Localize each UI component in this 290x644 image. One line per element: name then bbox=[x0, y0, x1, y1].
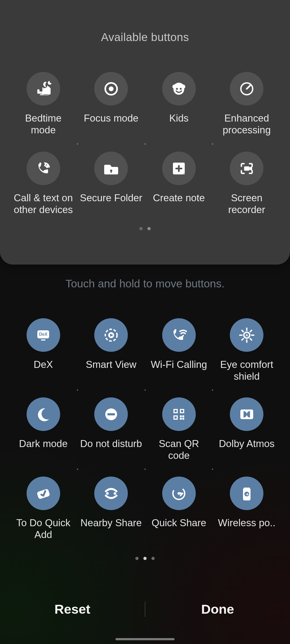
tile-wifi-calling[interactable]: Wi-Fi Calling bbox=[146, 318, 212, 382]
available-page-indicator bbox=[0, 227, 290, 230]
wireless-power-share-icon bbox=[230, 477, 263, 510]
active-buttons-grid: DeX Smart View Wi-Fi Calling Eye comfort… bbox=[11, 318, 279, 541]
row-separator bbox=[11, 462, 279, 477]
active-page-indicator bbox=[0, 557, 290, 560]
tile-smart-view[interactable]: Smart View bbox=[79, 318, 144, 382]
tile-label: Create note bbox=[147, 192, 211, 204]
tile-quick-share[interactable]: Quick Share bbox=[146, 477, 212, 541]
bedtime-mode-icon bbox=[27, 72, 60, 105]
tile-label: Wi-Fi Calling bbox=[147, 359, 211, 371]
create-note-icon bbox=[162, 152, 196, 185]
page-dot-current bbox=[143, 557, 147, 560]
tile-bedtime-mode[interactable]: Bedtime mode bbox=[11, 72, 76, 136]
row-separator bbox=[11, 382, 279, 397]
gesture-nav-pill[interactable] bbox=[115, 638, 175, 640]
available-buttons-panel: Available buttons Bedtime mode Focus mod… bbox=[0, 0, 290, 265]
wifi-calling-icon bbox=[162, 318, 196, 352]
focus-mode-icon bbox=[94, 72, 128, 105]
tile-wireless-power-share[interactable]: Wireless po.. bbox=[214, 477, 280, 541]
tile-create-note[interactable]: Create note bbox=[146, 152, 212, 216]
tile-scan-qr-code[interactable]: Scan QR code bbox=[146, 397, 212, 462]
tile-label: Scan QR code bbox=[147, 438, 211, 462]
move-hint: Touch and hold to move buttons. bbox=[0, 277, 290, 290]
dolby-atmos-icon bbox=[230, 397, 263, 431]
dark-mode-icon bbox=[27, 397, 60, 431]
todo-quick-add-icon bbox=[27, 477, 60, 510]
tile-screen-recorder[interactable]: Screen recorder bbox=[214, 152, 280, 216]
tile-label: Kids bbox=[147, 112, 211, 124]
scan-qr-code-icon bbox=[162, 397, 196, 431]
tile-label: Dolby Atmos bbox=[215, 438, 278, 450]
page-dot bbox=[135, 557, 139, 560]
tile-label: Dark mode bbox=[12, 438, 75, 450]
tile-focus-mode[interactable]: Focus mode bbox=[79, 72, 144, 136]
tile-label: Focus mode bbox=[79, 112, 143, 124]
dex-icon bbox=[27, 318, 60, 352]
nearby-share-icon bbox=[94, 477, 128, 510]
page-dot bbox=[151, 557, 155, 560]
tile-secure-folder[interactable]: Secure Folder bbox=[79, 152, 144, 216]
tile-call-text-other-devices[interactable]: Call & text on other devices bbox=[11, 152, 76, 216]
call-text-devices-icon bbox=[27, 152, 60, 185]
bottom-action-bar: Reset Done bbox=[0, 590, 290, 628]
tile-label: Secure Folder bbox=[79, 192, 143, 204]
tile-label: To Do Quick Add bbox=[12, 517, 75, 541]
reset-button[interactable]: Reset bbox=[0, 602, 145, 617]
tile-label: Do not disturb bbox=[79, 438, 143, 450]
tile-nearby-share[interactable]: Nearby Share bbox=[79, 477, 144, 541]
tile-label: DeX bbox=[12, 359, 75, 371]
screen-recorder-icon bbox=[230, 152, 263, 185]
tile-eye-comfort-shield[interactable]: Eye comfort shield bbox=[214, 318, 280, 382]
page-dot-current bbox=[147, 227, 151, 230]
eye-comfort-shield-icon bbox=[230, 318, 263, 352]
tile-label: Eye comfort shield bbox=[215, 359, 278, 382]
kids-icon bbox=[162, 72, 196, 105]
tile-label: Call & text on other devices bbox=[12, 192, 75, 216]
tile-label: Nearby Share bbox=[79, 517, 143, 529]
enhanced-processing-icon bbox=[230, 72, 263, 105]
panel-title: Available buttons bbox=[0, 31, 290, 44]
tile-label: Wireless po.. bbox=[215, 517, 278, 529]
quick-share-icon bbox=[162, 477, 196, 510]
available-buttons-grid: Bedtime mode Focus mode Kids Enhanced pr… bbox=[11, 72, 279, 216]
tile-dark-mode[interactable]: Dark mode bbox=[11, 397, 76, 462]
tile-dex[interactable]: DeX bbox=[11, 318, 76, 382]
smart-view-icon bbox=[94, 318, 128, 352]
done-button[interactable]: Done bbox=[145, 602, 290, 617]
tile-label: Bedtime mode bbox=[12, 112, 75, 136]
row-separator bbox=[11, 136, 279, 152]
page-dot bbox=[139, 227, 143, 230]
tile-label: Enhanced processing bbox=[215, 112, 278, 136]
tile-label: Quick Share bbox=[147, 517, 211, 529]
tile-dolby-atmos[interactable]: Dolby Atmos bbox=[214, 397, 280, 462]
do-not-disturb-icon bbox=[94, 397, 128, 431]
tile-todo-quick-add[interactable]: To Do Quick Add bbox=[11, 477, 76, 541]
tile-label: Screen recorder bbox=[215, 192, 278, 216]
tile-label: Smart View bbox=[79, 359, 143, 371]
tile-kids[interactable]: Kids bbox=[146, 72, 212, 136]
tile-enhanced-processing[interactable]: Enhanced processing bbox=[214, 72, 280, 136]
secure-folder-icon bbox=[94, 152, 128, 185]
tile-do-not-disturb[interactable]: Do not disturb bbox=[79, 397, 144, 462]
